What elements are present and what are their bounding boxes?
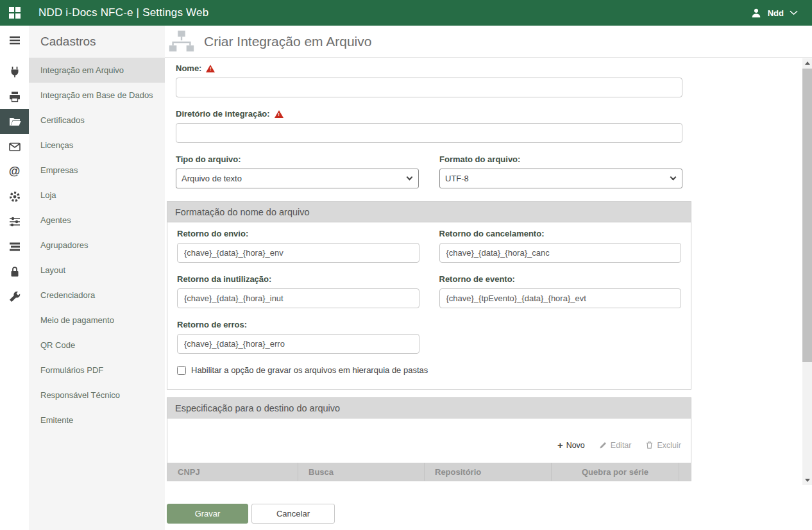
retorno-inutilizacao-field: Retorno da inutilização: xyxy=(177,274,419,308)
plug-icon xyxy=(8,65,21,78)
sidebar-item-certificados[interactable]: Certificados xyxy=(29,108,165,133)
table-header-busca[interactable]: Busca xyxy=(298,463,424,481)
especificacao-panel-title: Especificação para o destino do arquivo xyxy=(167,398,691,418)
nome-label: Nome: xyxy=(176,63,682,73)
retorno-envio-field: Retorno do envio: xyxy=(177,229,419,263)
rail-item-printing[interactable] xyxy=(0,84,29,109)
retorno-cancelamento-input[interactable] xyxy=(439,243,682,263)
user-menu[interactable]: Ndd xyxy=(750,7,798,19)
sidebar-item-meio-pagamento[interactable]: Meio de pagamento xyxy=(29,308,165,333)
at-icon: @ xyxy=(9,165,21,178)
rail-item-parameters[interactable] xyxy=(0,209,29,234)
sidebar-item-integracao-arquivo[interactable]: Integração em Arquivo xyxy=(29,58,165,83)
lock-icon xyxy=(8,265,21,278)
user-icon xyxy=(750,7,762,19)
sidebar-item-formularios-pdf[interactable]: Formulários PDF xyxy=(29,358,165,383)
rail-item-security[interactable] xyxy=(0,259,29,284)
rail-item-settings[interactable] xyxy=(0,184,29,209)
app-logo-icon xyxy=(9,7,21,19)
diretorio-input[interactable] xyxy=(176,123,682,143)
retorno-inutilizacao-input[interactable] xyxy=(177,288,419,308)
retorno-evento-input[interactable] xyxy=(439,288,682,308)
vertical-scrollbar[interactable] xyxy=(802,58,812,485)
formatacao-panel: Formatação do nome do arquivo Retorno do… xyxy=(167,201,691,390)
file-type-row: Tipo do arquivo: Arquivo de texto Format… xyxy=(176,154,682,188)
form-footer: Gravar Cancelar xyxy=(165,485,812,530)
sidebar-item-emitente[interactable]: Emitente xyxy=(29,408,165,433)
top-bar: NDD i-Docs NFC-e | Settings Web Ndd xyxy=(0,0,812,26)
retorno-erros-input[interactable] xyxy=(177,334,419,354)
novo-button[interactable]: + Novo xyxy=(557,440,585,450)
pencil-icon xyxy=(599,441,607,449)
retorno-cancelamento-label: Retorno do cancelamento: xyxy=(439,229,682,238)
sidebar-item-integracao-base-dados[interactable]: Integração em Base de Dados xyxy=(29,83,165,108)
sidebar-item-qr-code[interactable]: QR Code xyxy=(29,333,165,358)
page-title: Criar Integração em Arquivo xyxy=(204,34,371,49)
formato-arquivo-select[interactable]: UTF-8 xyxy=(439,169,682,188)
sidebar-item-empresas[interactable]: Empresas xyxy=(29,158,165,183)
page-header: Criar Integração em Arquivo xyxy=(165,26,812,58)
warning-icon xyxy=(206,65,215,72)
diretorio-field: Diretório de integração: xyxy=(176,109,682,143)
especificacao-panel: Especificação para o destino do arquivo … xyxy=(167,397,691,481)
sidebar-item-credenciadora[interactable]: Credenciadora xyxy=(29,283,165,308)
retorno-inutilizacao-label: Retorno da inutilização: xyxy=(177,274,419,284)
table-header-cnpj[interactable]: CNPJ xyxy=(167,463,298,481)
editar-button[interactable]: Editar xyxy=(599,441,632,450)
sidebar-item-agentes[interactable]: Agentes xyxy=(29,208,165,233)
user-name: Ndd xyxy=(768,8,784,18)
integration-icon xyxy=(167,29,196,54)
sidebar: Cadastros Integração em Arquivo Integraç… xyxy=(29,26,165,530)
scrollbar-thumb[interactable] xyxy=(802,69,812,362)
rail-item-queues[interactable] xyxy=(0,234,29,259)
rows-icon xyxy=(8,240,21,253)
table-header-spacer xyxy=(679,463,691,481)
tipo-arquivo-field: Tipo do arquivo: Arquivo de texto xyxy=(176,154,419,188)
excluir-button[interactable]: Excluir xyxy=(645,441,681,450)
sidebar-item-loja[interactable]: Loja xyxy=(29,183,165,208)
rail-item-mail[interactable] xyxy=(0,134,29,159)
chevron-down-icon xyxy=(790,10,798,15)
gravar-button[interactable]: Gravar xyxy=(167,504,248,524)
retorno-erros-label: Retorno de erros: xyxy=(177,320,419,329)
sidebar-item-responsavel-tecnico[interactable]: Responsável Técnico xyxy=(29,383,165,408)
plus-icon: + xyxy=(557,440,563,450)
hierarquia-check-row: Habilitar a opção de gravar os arquivos … xyxy=(177,365,681,375)
rail-item-cadastros[interactable] xyxy=(0,109,29,134)
printer-icon xyxy=(8,90,21,103)
hierarquia-checkbox-label: Habilitar a opção de gravar os arquivos … xyxy=(191,365,428,375)
nome-input[interactable] xyxy=(176,78,682,97)
cancelar-button[interactable]: Cancelar xyxy=(251,504,335,524)
main-panel: Criar Integração em Arquivo Nome: Diretó… xyxy=(165,26,812,530)
sidebar-title: Cadastros xyxy=(29,26,165,58)
rail-item-integration[interactable] xyxy=(0,59,29,84)
retorno-cancelamento-field: Retorno do cancelamento: xyxy=(439,229,682,263)
folder-open-icon xyxy=(8,115,21,128)
scroll-down-button[interactable] xyxy=(802,476,812,485)
tipo-arquivo-select[interactable]: Arquivo de texto xyxy=(176,169,419,188)
sidebar-item-licencas[interactable]: Licenças xyxy=(29,133,165,158)
gear-icon xyxy=(8,190,21,203)
hierarquia-checkbox[interactable] xyxy=(177,366,186,375)
retorno-envio-label: Retorno do envio: xyxy=(177,229,419,238)
app-title: NDD i-Docs NFC-e | Settings Web xyxy=(38,6,208,19)
sidebar-item-layout[interactable]: Layout xyxy=(29,258,165,283)
retorno-erros-field: Retorno de erros: xyxy=(177,320,419,354)
rail-item-at[interactable]: @ xyxy=(0,159,29,184)
formato-arquivo-field: Formato do arquivo: UTF-8 xyxy=(439,154,682,188)
table-header-quebra-serie[interactable]: Quebra por série xyxy=(551,463,679,481)
menu-icon xyxy=(8,34,21,47)
rail-item-tools[interactable] xyxy=(0,284,29,309)
scroll-up-button[interactable] xyxy=(802,58,812,68)
grid-toolbar: + Novo Editar Excluir xyxy=(167,418,691,463)
arrow-up-icon xyxy=(805,62,810,65)
app-window: NDD i-Docs NFC-e | Settings Web Ndd xyxy=(0,0,812,530)
retorno-evento-label: Retorno de evento: xyxy=(439,274,682,284)
formatacao-panel-title: Formatação do nome do arquivo xyxy=(167,202,691,222)
table-header-repositorio[interactable]: Repositório xyxy=(424,463,551,481)
menu-button[interactable] xyxy=(0,26,29,54)
nome-field: Nome: xyxy=(176,63,682,97)
retorno-envio-input[interactable] xyxy=(177,243,419,263)
sidebar-item-agrupadores[interactable]: Agrupadores xyxy=(29,233,165,258)
tipo-arquivo-label: Tipo do arquivo: xyxy=(176,154,419,164)
